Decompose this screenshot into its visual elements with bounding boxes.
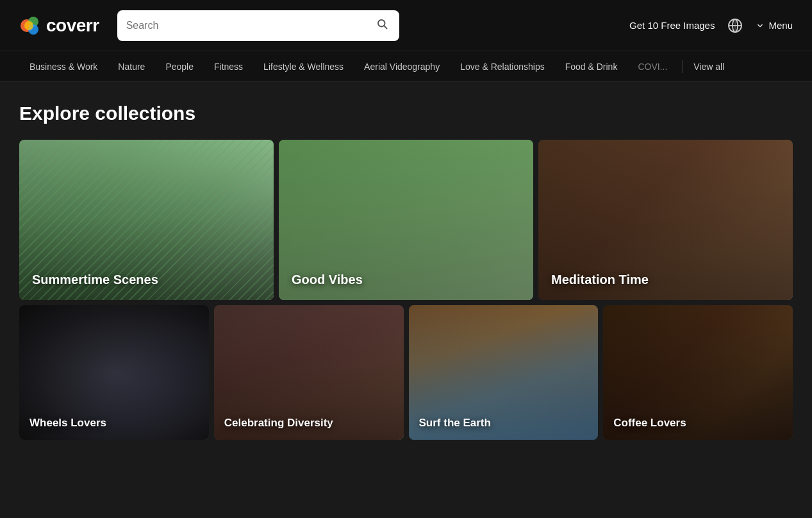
globe-icon[interactable] — [727, 18, 743, 33]
nav-bar: Business & Work Nature People Fitness Li… — [0, 51, 812, 82]
section-title: Explore collections — [19, 103, 793, 124]
collection-card-diversity[interactable]: Celebrating Diversity — [214, 305, 404, 440]
collection-label-diversity: Celebrating Diversity — [224, 417, 333, 430]
collection-label-coffee: Coffee Lovers — [613, 417, 686, 430]
collection-label-goodvibes: Good Vibes — [292, 272, 363, 287]
collection-label-meditation: Meditation Time — [551, 272, 649, 287]
nav-item-fitness[interactable]: Fitness — [204, 51, 253, 82]
search-bar — [117, 10, 399, 41]
collection-card-wheels[interactable]: Wheels Lovers — [19, 305, 209, 440]
nav-view-all[interactable]: View all — [688, 62, 729, 72]
logo-text: coverr — [46, 15, 99, 36]
search-icon — [376, 18, 388, 29]
search-input[interactable] — [126, 20, 374, 31]
collection-label-summertime: Summertime Scenes — [32, 272, 158, 287]
collection-label-surf: Surf the Earth — [419, 417, 491, 430]
collections-bottom-grid: Wheels Lovers Celebrating Diversity Surf… — [19, 305, 793, 440]
logo[interactable]: coverr — [19, 14, 99, 37]
nav-item-aerial[interactable]: Aerial Videography — [354, 51, 450, 82]
menu-label: Menu — [768, 20, 793, 31]
header: coverr Get 10 Free Images Menu — [0, 0, 812, 51]
chevron-down-icon — [756, 21, 765, 30]
collection-card-goodvibes[interactable]: Good Vibes — [279, 140, 533, 300]
nav-divider — [683, 60, 683, 73]
header-right: Get 10 Free Images Menu — [629, 18, 793, 33]
collection-card-summertime[interactable]: Summertime Scenes — [19, 140, 274, 300]
collection-card-coffee[interactable]: Coffee Lovers — [603, 305, 793, 440]
nav-item-nature[interactable]: Nature — [108, 51, 155, 82]
nav-item-lifestyle[interactable]: Lifestyle & Wellness — [253, 51, 354, 82]
main-content: Explore collections Summertime Scenes Go… — [0, 82, 812, 465]
collection-card-meditation[interactable]: Meditation Time — [538, 140, 793, 300]
svg-point-3 — [24, 21, 33, 30]
search-button[interactable] — [374, 18, 390, 33]
nav-item-people[interactable]: People — [155, 51, 204, 82]
nav-item-covi[interactable]: COVI... — [627, 51, 677, 82]
menu-button[interactable]: Menu — [756, 20, 793, 31]
nav-item-business[interactable]: Business & Work — [19, 51, 108, 82]
collection-label-wheels: Wheels Lovers — [29, 417, 106, 430]
svg-line-5 — [384, 26, 386, 28]
free-images-button[interactable]: Get 10 Free Images — [629, 20, 715, 31]
nav-item-love[interactable]: Love & Relationships — [450, 51, 555, 82]
collections-top-grid: Summertime Scenes Good Vibes Meditation … — [19, 140, 793, 300]
collection-card-surf[interactable]: Surf the Earth — [409, 305, 599, 440]
nav-item-food[interactable]: Food & Drink — [555, 51, 628, 82]
